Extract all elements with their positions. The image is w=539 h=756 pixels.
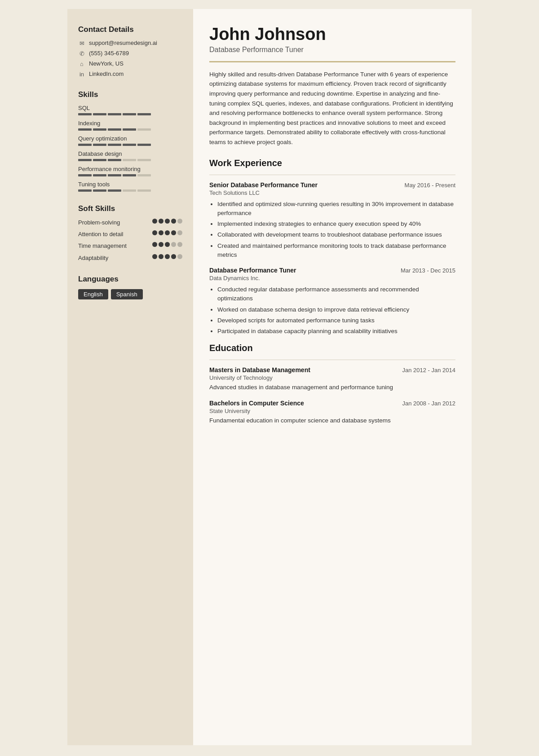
skill-segment-filled (78, 144, 92, 146)
dot-filled (165, 254, 170, 259)
soft-skill-dots (152, 230, 182, 235)
skill-segment-filled (123, 144, 136, 146)
linkedin-value: LinkedIn.com (89, 70, 124, 77)
skill-name: SQL (78, 105, 182, 111)
soft-skill-name: Adaptability (78, 254, 108, 262)
skill-name: Indexing (78, 120, 182, 127)
job-entry: Database Performance TunerMar 2013 - Dec… (209, 267, 455, 336)
dot-filled (171, 254, 176, 259)
education-entry: Bachelors in Computer ScienceJan 2008 - … (209, 400, 455, 425)
skill-bar (78, 174, 182, 176)
skill-segment-filled (93, 113, 106, 115)
dot-empty (171, 242, 176, 247)
skill-item: SQL (78, 105, 182, 115)
phone-icon: ✆ (78, 50, 85, 57)
job-role: Database Performance Tuner (209, 267, 296, 274)
edu-school: University of Technology (209, 374, 455, 381)
main-content: John Johnson Database Performance Tuner … (193, 9, 472, 745)
job-bullet: Conducted regular database performance a… (217, 285, 455, 303)
dot-filled (152, 219, 157, 224)
job-role: Senior Database Performance Tuner (209, 181, 318, 189)
soft-skill-name: Problem-solving (78, 219, 120, 227)
job-bullet: Collaborated with development teams to t… (217, 230, 455, 239)
skill-segment-filled (123, 113, 136, 115)
soft-skill-item: Time management (78, 242, 182, 250)
job-bullet: Identified and optimized slow-running qu… (217, 200, 455, 218)
dot-filled (159, 219, 163, 224)
email-value: support@resumedesign.ai (89, 40, 157, 46)
skill-segment-filled (78, 174, 92, 176)
contact-linkedin: in LinkedIn.com (78, 70, 182, 78)
education-title: Education (209, 343, 455, 353)
skill-name: Performance monitoring (78, 166, 182, 172)
education-divider (209, 360, 455, 360)
job-company: Data Dynamics Inc. (209, 275, 455, 281)
dot-filled (152, 254, 157, 259)
dot-filled (159, 254, 163, 259)
job-header: Senior Database Performance TunerMay 201… (209, 181, 455, 189)
edu-degree: Masters in Database Management (209, 366, 310, 374)
skill-segment-filled (93, 174, 106, 176)
skill-bar (78, 144, 182, 146)
edu-description: Fundamental education in computer scienc… (209, 416, 455, 425)
job-bullet: Created and maintained performance monit… (217, 242, 455, 260)
skill-segment-empty (123, 159, 136, 161)
job-entry: Senior Database Performance TunerMay 201… (209, 181, 455, 260)
job-header: Database Performance TunerMar 2013 - Dec… (209, 267, 455, 274)
skill-bar (78, 159, 182, 161)
skill-segment-filled (93, 128, 106, 131)
language-tag: Spanish (111, 289, 143, 299)
skill-bar (78, 189, 182, 192)
dot-filled (171, 219, 176, 224)
dot-filled (159, 242, 163, 247)
skills-section: Skills SQLIndexingQuery optimizationData… (78, 90, 182, 192)
soft-skills-section: Soft Skills Problem-solvingAttention to … (78, 204, 182, 262)
job-bullets: Identified and optimized slow-running qu… (217, 200, 455, 260)
skill-segment-filled (108, 144, 121, 146)
edu-date: Jan 2008 - Jan 2012 (402, 400, 455, 407)
skill-name: Database design (78, 150, 182, 157)
phone-value: (555) 345-6789 (89, 50, 129, 57)
skill-bar (78, 113, 182, 115)
skill-segment-empty (123, 189, 136, 192)
candidate-name: John Johnson (209, 25, 455, 44)
skill-segment-filled (108, 113, 121, 115)
contact-email: ✉ support@resumedesign.ai (78, 40, 182, 47)
soft-skill-item: Adaptability (78, 254, 182, 262)
dot-empty (177, 219, 182, 224)
skill-item: Indexing (78, 120, 182, 131)
edu-school: State University (209, 408, 455, 414)
job-date: Mar 2013 - Dec 2015 (401, 267, 455, 274)
job-date: May 2016 - Present (405, 182, 455, 189)
skill-segment-filled (137, 144, 151, 146)
skill-segment-filled (108, 159, 121, 161)
dot-filled (165, 242, 170, 247)
edu-header: Bachelors in Computer ScienceJan 2008 - … (209, 400, 455, 407)
job-bullets: Conducted regular database performance a… (217, 285, 455, 336)
skill-segment-filled (78, 189, 92, 192)
job-bullet: Participated in database capacity planni… (217, 327, 455, 336)
skill-segment-filled (78, 113, 92, 115)
skill-segment-empty (137, 159, 151, 161)
linkedin-icon: in (78, 71, 85, 78)
soft-skill-dots (152, 242, 182, 247)
skill-segment-empty (137, 189, 151, 192)
soft-skills-title: Soft Skills (78, 204, 182, 213)
edu-date: Jan 2012 - Jan 2014 (402, 367, 455, 374)
edu-header: Masters in Database ManagementJan 2012 -… (209, 366, 455, 374)
contact-location: ⌂ NewYork, US (78, 60, 182, 67)
soft-skill-item: Problem-solving (78, 219, 182, 227)
skill-segment-filled (137, 113, 151, 115)
header-divider (209, 61, 455, 62)
skill-name: Tuning tools (78, 181, 182, 188)
skill-segment-filled (93, 159, 106, 161)
resume-container: Contact Details ✉ support@resumedesign.a… (67, 9, 472, 745)
skill-segment-filled (78, 128, 92, 131)
skill-segment-filled (78, 159, 92, 161)
skill-segment-filled (93, 144, 106, 146)
contact-section: Contact Details ✉ support@resumedesign.a… (78, 25, 182, 78)
candidate-title: Database Performance Tuner (209, 46, 455, 54)
location-icon: ⌂ (78, 61, 85, 67)
dot-empty (177, 242, 182, 247)
soft-skill-name: Attention to detail (78, 230, 123, 238)
